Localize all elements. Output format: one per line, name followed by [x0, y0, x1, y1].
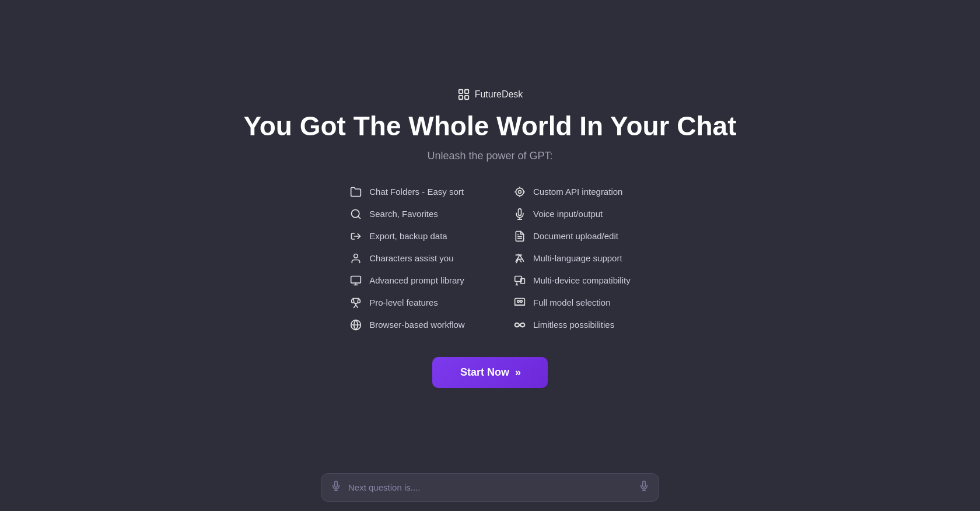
brand-name: FutureDesk: [475, 89, 523, 100]
svg-rect-30: [517, 300, 519, 302]
search-icon: [349, 208, 362, 220]
translate-icon: [513, 252, 526, 265]
feature-characters-label: Characters assist you: [369, 253, 453, 263]
feature-custom-api: Custom API integration: [513, 186, 631, 198]
library-icon: [349, 274, 362, 287]
feature-export: Export, backup data: [349, 230, 467, 243]
feature-chat-folders: Chat Folders - Easy sort: [349, 186, 467, 198]
feature-model-selection-label: Full model selection: [533, 298, 611, 307]
microphone-right-icon[interactable]: [639, 481, 649, 494]
attachment-icon[interactable]: [331, 481, 341, 494]
bottom-bar: [0, 464, 980, 511]
feature-multidevice-label: Multi-device compatibility: [533, 275, 631, 285]
chevrons-icon: »: [515, 366, 520, 379]
svg-rect-2: [459, 96, 462, 99]
feature-chat-folders-label: Chat Folders - Easy sort: [369, 187, 464, 197]
feature-pro-label: Pro-level features: [369, 298, 438, 307]
feature-pro: Pro-level features: [349, 296, 467, 309]
folder-icon: [349, 186, 362, 198]
export-icon: [349, 230, 362, 243]
feature-model-selection: Full model selection: [513, 296, 631, 309]
brand-icon: [457, 88, 470, 101]
globe-icon: [349, 318, 362, 331]
svg-rect-1: [464, 90, 468, 93]
feature-custom-api-label: Custom API integration: [533, 187, 622, 197]
feature-browser: Browser-based workflow: [349, 318, 467, 331]
page-headline: You Got The Whole World In Your Chat: [244, 110, 737, 142]
feature-voice-label: Voice input/output: [533, 209, 603, 219]
chat-input[interactable]: [348, 482, 632, 492]
document-icon: [513, 230, 526, 243]
trophy-icon: [349, 296, 362, 309]
svg-rect-3: [464, 96, 468, 99]
svg-rect-0: [459, 90, 462, 93]
feature-prompt-library-label: Advanced prompt library: [369, 275, 464, 285]
infinity-icon: [513, 318, 526, 331]
svg-line-11: [358, 216, 360, 218]
feature-multidevice: Multi-device compatibility: [513, 274, 631, 287]
feature-multilanguage-label: Multi-language support: [533, 253, 622, 263]
svg-rect-31: [520, 300, 522, 302]
models-icon: [513, 296, 526, 309]
start-now-button[interactable]: Start Now »: [432, 357, 548, 388]
feature-document-label: Document upload/edit: [533, 231, 618, 241]
input-container[interactable]: [321, 473, 659, 502]
main-content: FutureDesk You Got The Whole World In Yo…: [244, 88, 737, 387]
feature-document: Document upload/edit: [513, 230, 631, 243]
feature-voice: Voice input/output: [513, 208, 631, 220]
svg-point-17: [354, 254, 358, 258]
feature-export-label: Export, backup data: [369, 231, 447, 241]
user-icon: [349, 252, 362, 265]
features-grid: Chat Folders - Easy sort Custom API inte…: [349, 186, 630, 331]
feature-limitless: Limitless possibilities: [513, 318, 631, 331]
feature-prompt-library: Advanced prompt library: [349, 274, 467, 287]
feature-search-label: Search, Favorites: [369, 209, 438, 219]
devices-icon: [513, 274, 526, 287]
svg-point-4: [518, 190, 521, 193]
brand-header: FutureDesk: [457, 88, 523, 101]
page-subheadline: Unleash the power of GPT:: [427, 150, 552, 162]
feature-multilanguage: Multi-language support: [513, 252, 631, 265]
svg-rect-21: [351, 276, 361, 283]
feature-browser-label: Browser-based workflow: [369, 320, 464, 330]
feature-characters: Characters assist you: [349, 252, 467, 265]
feature-limitless-label: Limitless possibilities: [533, 320, 614, 330]
start-now-label: Start Now: [460, 366, 509, 379]
feature-search: Search, Favorites: [349, 208, 467, 220]
svg-point-5: [516, 188, 523, 195]
api-icon: [513, 186, 526, 198]
microphone-icon: [513, 208, 526, 220]
